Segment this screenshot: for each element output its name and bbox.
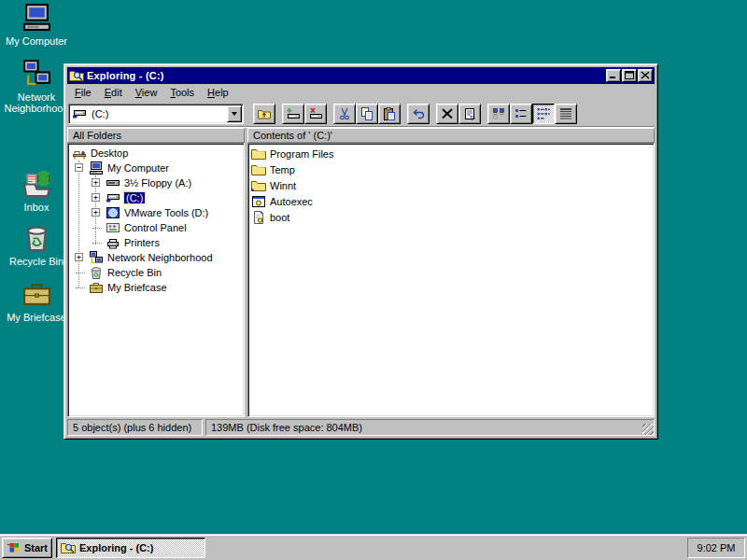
- recycle-icon: [21, 222, 52, 253]
- toolbar-button-list[interactable]: [532, 104, 555, 124]
- printers-icon: [106, 235, 120, 250]
- clock[interactable]: 9:02 PM: [698, 542, 736, 553]
- window-title: Exploring - (C:): [87, 70, 605, 81]
- desktop-icon-label: Recycle Bin: [9, 256, 63, 267]
- address-dropdown[interactable]: (C:): [68, 104, 244, 124]
- toolbar-button-paste[interactable]: [378, 104, 401, 124]
- network-icon: [89, 250, 104, 265]
- inbox-icon: [21, 168, 52, 199]
- explorer-window: Exploring - (C:) FileEditViewToolsHelp (…: [63, 63, 658, 440]
- toolbar-button-copy[interactable]: [356, 104, 378, 124]
- maximize-button[interactable]: [622, 69, 637, 82]
- file-item-temp[interactable]: Temp: [248, 161, 654, 177]
- menu-bar: FileEditViewToolsHelp: [67, 84, 655, 101]
- tree-item-printers[interactable]: Printers: [68, 235, 244, 250]
- pane-headers: All Folders Contents of ' (C:)': [67, 127, 655, 143]
- expand-toggle[interactable]: +: [92, 193, 100, 202]
- file-item-program-files[interactable]: Program Files: [248, 146, 654, 161]
- toolbar-button-large-icons[interactable]: [487, 104, 510, 124]
- file-item-label: Temp: [270, 164, 295, 175]
- desktop-icon-recycle-bin[interactable]: Recycle Bin: [0, 222, 73, 267]
- explorer-icon: [61, 540, 76, 555]
- toolbar-button-undo[interactable]: [407, 104, 430, 124]
- tree-item-recycle-bin[interactable]: Recycle Bin: [68, 265, 244, 280]
- minimize-button[interactable]: [606, 69, 621, 82]
- map-drive-icon: [286, 106, 301, 121]
- windows-flag-icon: [7, 540, 21, 555]
- toolbar-button-details[interactable]: [555, 104, 577, 124]
- tree-item-vmware-tools-d[interactable]: +VMware Tools (D:): [68, 205, 244, 220]
- maximize-icon: [625, 70, 634, 81]
- tree-item-label: Desktop: [91, 147, 128, 159]
- toolbar-group: [282, 104, 327, 124]
- toolbar: (C:): [67, 101, 655, 127]
- resize-grip[interactable]: [642, 424, 654, 435]
- tree-item-label: My Computer: [107, 162, 169, 174]
- tree-item-label: (C:): [124, 192, 145, 203]
- toolbar-button-properties[interactable]: [458, 104, 481, 124]
- briefcase-icon: [89, 280, 104, 295]
- all-folders-header: All Folders: [67, 128, 245, 143]
- file-list-pane: Program FilesTempWinntAutoexecboot: [247, 143, 655, 417]
- collapse-toggle[interactable]: −: [75, 163, 83, 172]
- disconnect-drive-icon: [308, 106, 323, 121]
- toolbar-group: [407, 104, 430, 124]
- system-file-icon: [251, 210, 266, 225]
- chevron-down-icon: [232, 112, 237, 119]
- toolbar-button-map-network-drive[interactable]: [282, 104, 304, 124]
- tree-item-control-panel[interactable]: Control Panel: [68, 220, 244, 235]
- file-item-label: Autoexec: [270, 196, 313, 207]
- tree-item-my-briefcase[interactable]: My Briefcase: [68, 280, 244, 295]
- menu-tools[interactable]: Tools: [163, 85, 201, 100]
- toolbar-group: [487, 104, 577, 124]
- menu-file[interactable]: File: [68, 85, 98, 100]
- tree-item-desktop[interactable]: Desktop: [68, 146, 244, 161]
- undo-icon: [411, 106, 426, 121]
- file-item-boot[interactable]: boot: [248, 209, 654, 225]
- properties-icon: [462, 106, 477, 121]
- desktop-icon-my-briefcase[interactable]: My Briefcase: [0, 278, 73, 323]
- expand-toggle[interactable]: +: [75, 253, 83, 261]
- explorer-icon: [69, 68, 84, 83]
- task-label: Exploring - (C:): [79, 542, 153, 553]
- taskbar: Start Exploring - (C:) 9:02 PM: [0, 534, 747, 560]
- folder-icon: [251, 147, 266, 161]
- tree-item-network-neighborhood[interactable]: +Network Neighborhood: [68, 250, 244, 265]
- desktop-icon-label: Inbox: [24, 202, 49, 213]
- view-list-icon: [536, 106, 551, 121]
- toolbar-button-cut[interactable]: [333, 104, 356, 124]
- expand-toggle[interactable]: +: [92, 208, 100, 217]
- delete-icon: [440, 106, 455, 121]
- file-item-label: Program Files: [270, 148, 333, 160]
- start-label: Start: [24, 542, 48, 553]
- tree-item-label: My Briefcase: [107, 282, 167, 293]
- status-bar: 5 object(s) (plus 6 hidden) 139MB (Disk …: [67, 417, 655, 436]
- tree-item-my-computer[interactable]: −My Computer: [68, 161, 244, 175]
- title-bar[interactable]: Exploring - (C:): [67, 67, 655, 84]
- toolbar-button-up-one-level[interactable]: [253, 104, 275, 124]
- toolbar-button-disconnect-network-drive[interactable]: [304, 104, 327, 124]
- menu-help[interactable]: Help: [201, 85, 235, 100]
- desktop-icon-my-computer[interactable]: My Computer: [0, 2, 73, 47]
- dropdown-arrow-button[interactable]: [227, 105, 242, 122]
- menu-edit[interactable]: Edit: [98, 85, 129, 100]
- taskbar-task-exploring-c[interactable]: Exploring - (C:): [56, 538, 205, 558]
- tree-connector: [92, 243, 102, 244]
- start-button[interactable]: Start: [2, 538, 52, 558]
- folder-tree-pane: Desktop−My Computer+3½ Floppy (A:)+(C:)+…: [67, 143, 245, 417]
- tree-item-c[interactable]: +(C:): [68, 190, 244, 205]
- expand-toggle[interactable]: +: [92, 178, 100, 187]
- desktop-icon-network-neighborhood[interactable]: Network Neighborhood: [0, 58, 73, 114]
- status-disk-space: 139MB (Disk free space: 804MB): [205, 419, 655, 436]
- toolbar-button-small-icons[interactable]: [510, 104, 532, 124]
- desktop-icon-inbox[interactable]: Inbox: [0, 168, 73, 213]
- toolbar-button-delete[interactable]: [436, 104, 458, 124]
- file-item-winnt[interactable]: Winnt: [248, 177, 654, 193]
- menu-view[interactable]: View: [129, 85, 164, 100]
- close-button[interactable]: [638, 69, 653, 82]
- tree-item-3-floppy-a[interactable]: +3½ Floppy (A:): [68, 175, 244, 190]
- file-item-autoexec[interactable]: Autoexec: [248, 193, 654, 209]
- tree-connector: [76, 287, 85, 288]
- toolbar-group: [436, 104, 481, 124]
- drive-c-icon: [106, 190, 120, 205]
